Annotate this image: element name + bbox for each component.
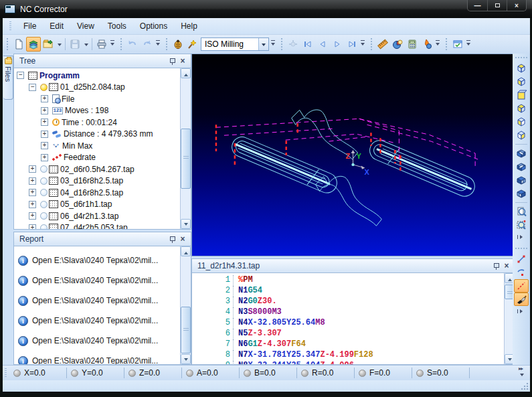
viewport-3d[interactable]: Z Y X (191, 54, 515, 256)
toolbar-overflow-1[interactable] (109, 37, 116, 52)
scroll-down-icon[interactable] (181, 354, 191, 364)
gcode-line[interactable]: 7N6G1Z-4.307F64 (192, 339, 504, 350)
view-iso-sw-button[interactable] (514, 147, 529, 160)
options-dialog-button[interactable] (450, 37, 465, 52)
zoom-fit-button[interactable] (514, 205, 529, 218)
scroll-up-icon[interactable] (181, 68, 191, 78)
close-button[interactable]: × (507, 0, 526, 11)
menu-item-tools[interactable]: Tools (101, 19, 133, 33)
measure-distance-button[interactable] (514, 252, 529, 266)
expand-icon[interactable]: + (29, 165, 36, 173)
close-icon[interactable]: × (177, 56, 188, 66)
view-back-button[interactable] (514, 102, 529, 115)
expand-icon[interactable]: + (29, 212, 36, 220)
report-entry[interactable]: iOpen E:\Slava\0240 Терка\02\mil... (14, 291, 180, 311)
view-top-button[interactable] (514, 62, 529, 75)
expand-icon[interactable]: + (41, 95, 48, 102)
redo-button[interactable] (140, 37, 155, 52)
toolbar-grip[interactable] (165, 38, 169, 50)
tree-item[interactable]: +02_d6r0.5h4.267.tap (14, 163, 180, 175)
tree-item[interactable]: +Time : 00:01:24 (14, 116, 180, 129)
tree-item[interactable]: +123Moves : 198 (14, 105, 180, 117)
toolbar-grip[interactable] (280, 38, 284, 50)
toolbar-overflow-5[interactable] (434, 37, 442, 52)
tree-item[interactable]: +03_d16r8h2.5.tap (14, 175, 180, 187)
tree-item[interactable]: +07_d4r2h5.053.tap (14, 222, 180, 230)
undo-button[interactable] (125, 37, 140, 52)
save-button[interactable] (68, 37, 82, 52)
menu-item-edit[interactable]: Edit (43, 19, 70, 33)
toolbar-grip[interactable] (445, 38, 448, 50)
tree-item[interactable]: −01_d25h2.084.tap (14, 82, 180, 94)
new-file-button[interactable] (11, 37, 26, 52)
tree-item[interactable]: +Min Max (14, 140, 180, 152)
open-file-button[interactable] (41, 37, 56, 52)
gcode-line[interactable]: 8N7X-31.781Y25.347Z-4.199F128 (192, 350, 504, 361)
statusbar-overflow[interactable] (518, 368, 527, 378)
menu-item-help[interactable]: Help (174, 19, 204, 33)
nav-next-button[interactable] (330, 37, 345, 52)
report-scroll-thumb[interactable] (181, 307, 191, 353)
menu-item-file[interactable]: File (17, 19, 43, 33)
gcode-line[interactable]: 2N1G54 (192, 286, 504, 297)
view-right-button[interactable] (514, 129, 529, 142)
collapse-icon[interactable]: − (17, 72, 24, 79)
open-file-dropdown[interactable] (56, 37, 63, 52)
print-button[interactable] (94, 37, 109, 52)
close-icon[interactable]: × (177, 234, 188, 244)
machine-type-combo[interactable]: ISO Milling (201, 37, 269, 51)
tree-item[interactable]: +04_d16r8h2.5.tap (14, 187, 180, 199)
expand-icon[interactable]: + (41, 142, 48, 149)
report-scrollbar[interactable] (180, 246, 191, 364)
toolbar-overflow-6[interactable] (465, 37, 472, 52)
tree-item[interactable]: +05_d6r1h1.tap (14, 199, 180, 211)
view-iso-nw-button[interactable] (514, 187, 529, 200)
nav-prev-button[interactable] (315, 37, 330, 52)
pin-icon[interactable] (167, 234, 177, 244)
toolbar-grip[interactable] (120, 38, 123, 50)
gcode-line[interactable]: 9N8X-32.341Y25.104Z-4.096 (192, 361, 504, 364)
pin-icon[interactable] (167, 56, 177, 66)
tree-item[interactable]: +File (14, 93, 180, 105)
report-entry[interactable]: iOpen E:\Slava\0240 Терка\02\mil... (14, 331, 180, 351)
toolbar-overflow-3[interactable] (270, 37, 277, 52)
tree-item[interactable]: +Distance : 4 479.363 mm (14, 129, 180, 141)
minimize-button[interactable]: — (468, 0, 487, 11)
report-entry[interactable]: iOpen E:\Slava\0240 Терка\02\mil... (14, 250, 180, 270)
nav-first-button[interactable] (300, 37, 315, 52)
combo-dropdown-icon[interactable] (258, 38, 268, 50)
view-front-button[interactable] (514, 88, 529, 102)
expand-icon[interactable]: + (41, 118, 48, 126)
menu-item-options[interactable]: Options (133, 19, 174, 33)
toolbar-overflow-2[interactable] (155, 37, 162, 52)
report-entry[interactable]: iOpen E:\Slava\0240 Терка\02\mil... (14, 311, 180, 331)
files-tab[interactable]: Files (3, 56, 13, 100)
expand-icon[interactable]: + (29, 224, 36, 229)
toolbar-grip[interactable] (370, 38, 373, 50)
tree-scrollbar[interactable] (180, 68, 191, 229)
report-entry[interactable]: iOpen E:\Slava\0240 Терка\02\mil... (14, 270, 180, 291)
close-icon[interactable]: × (501, 261, 512, 271)
material-burn-button[interactable] (420, 37, 434, 52)
expand-icon[interactable]: + (41, 154, 48, 161)
tree-scroll-thumb[interactable] (181, 129, 191, 189)
maximize-button[interactable] (487, 0, 507, 11)
toolbar-overflow-4[interactable] (359, 37, 367, 52)
wizard-wand-button[interactable] (185, 37, 200, 52)
report-entry[interactable]: iOpen E:\Slava\0240 Терка\02\mil... (14, 351, 180, 364)
paint-path-button[interactable] (514, 293, 529, 306)
show-layers-button[interactable] (26, 37, 41, 52)
gcode-editor[interactable]: 1%PM2N1G543N2G0Z30.4N3S8000M35N4X-32.805… (192, 273, 504, 364)
view-iso-se-button[interactable] (514, 160, 529, 173)
gcode-line[interactable]: 6N5Z-3.307 (192, 329, 504, 339)
calculator-button[interactable] (405, 37, 420, 52)
title-bar[interactable]: NC Corrector — × (0, 0, 532, 18)
view-bottom-button[interactable] (514, 75, 529, 88)
tree-item[interactable]: +06_d4r2h1.3.tap (14, 210, 180, 222)
view-left-button[interactable] (514, 115, 529, 129)
trace-line-button[interactable] (514, 279, 529, 293)
view-toolbar-overflow-2[interactable] (515, 307, 528, 315)
view-toolbar-overflow[interactable] (515, 233, 528, 240)
toolbar-grip[interactable] (515, 247, 527, 250)
expand-icon[interactable]: + (41, 107, 48, 114)
